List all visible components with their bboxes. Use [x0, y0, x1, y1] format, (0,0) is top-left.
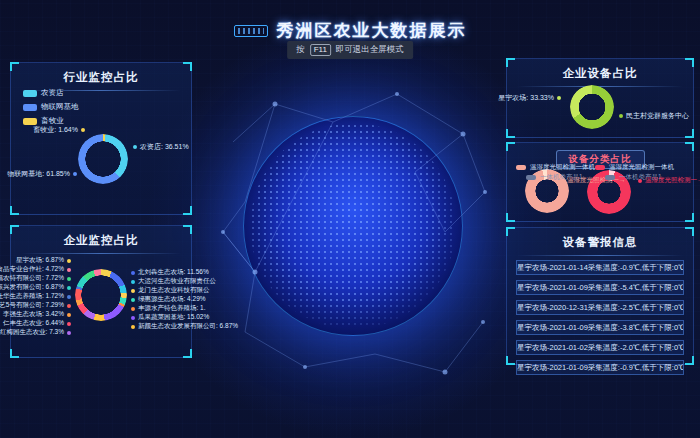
fullscreen-tip: 按 F11 即可退出全屏模式 — [287, 41, 413, 59]
label-dot — [133, 145, 137, 149]
industry-donut-chart[interactable] — [78, 134, 128, 184]
chart-label: 北刘犇生态农场: 11.56% — [131, 268, 209, 277]
chart-label: 大运河生态牧业有限责任公 — [131, 277, 216, 286]
alarm-list: 星宇农场-2021-01-14采集温度:-0.9℃,低于下限:0℃ 星宇农场-2… — [507, 260, 693, 375]
chart-label: 家福农特有限公司: 7.72% — [0, 274, 71, 283]
legend-swatch — [23, 118, 37, 125]
label-dot — [131, 280, 135, 284]
alarm-row: 星宇农场-2021-01-09采集温度:-0.9℃,低于下限:0℃ — [516, 360, 684, 375]
label-dot — [131, 289, 135, 293]
panel-title: 行业监控占比 — [11, 63, 191, 85]
label-dot — [67, 286, 71, 290]
chart-label: 畜牧业: 1.64% — [33, 125, 85, 135]
label-dot — [73, 172, 77, 176]
label-dot — [131, 307, 135, 311]
label-dot — [619, 114, 623, 118]
label-dot — [557, 96, 561, 100]
label-dot — [67, 313, 71, 317]
panel-title: 企业设备占比 — [507, 59, 693, 81]
title-divider — [517, 255, 683, 256]
label-dot — [560, 179, 564, 183]
industry-legend: 农资店 物联网基地 畜牧业 — [23, 88, 79, 130]
label-dot — [67, 295, 71, 299]
chart-label: 丰源水产特色养殖场: 1. — [131, 304, 206, 313]
header: 秀洲区农业大数据展示 — [0, 19, 700, 42]
enterprise-monitor-panel: 企业监控占比 星宇农场: 6.87% 新篁园食品专业合作社: 4.72% 家福农… — [10, 225, 192, 358]
legend-swatch — [526, 175, 536, 180]
legend-swatch — [595, 165, 605, 170]
label-dot — [131, 298, 135, 302]
legend-swatch — [23, 104, 37, 111]
chart-label: 民主村党群服务中心 — [619, 111, 689, 121]
chart-label: 新颜生态农业发展有限公司: 6.87% — [131, 322, 238, 331]
chart-label: 仕华生态养殖场: 1.72% — [0, 292, 71, 301]
chart-label: 红梅园生态农业: 7.3% — [0, 328, 71, 337]
chart-label: 龙门生态农业科技有限公 — [131, 286, 210, 295]
equipment-ratio-panel: 企业设备占比 星宇农场: 33.33% 民主村党群服务中心 — [506, 58, 694, 138]
dashboard-screen: 秀洲区农业大数据展示 按 F11 即可退出全屏模式 行业监控占比 农资店 物联网… — [0, 0, 700, 438]
chart-label: 瓜果蔬菜园基地: 15.02% — [131, 313, 209, 322]
tip-suffix: 即可退出全屏模式 — [336, 44, 404, 56]
label-dot — [67, 268, 71, 272]
title-divider — [21, 253, 181, 254]
chart-label: 物联网基地: 61.85% — [7, 169, 77, 179]
panel-title: 设备警报信息 — [507, 228, 693, 250]
legend-item[interactable]: 农资店 — [23, 88, 79, 98]
industry-monitor-panel: 行业监控占比 农资店 物联网基地 畜牧业 畜牧业: 1.64% 农资店: 36.… — [10, 62, 192, 215]
label-dot — [67, 322, 71, 326]
page-title: 秀洲区农业大数据展示 — [277, 19, 467, 42]
chart-label: 中艺5号有限公司: 7.29% — [0, 301, 71, 310]
label-dot — [67, 331, 71, 335]
label-dot — [81, 128, 85, 132]
label-dot — [131, 325, 135, 329]
alarm-row: 星宇农场-2020-12-31采集温度:-2.5℃,低于下限:0℃ — [516, 300, 684, 315]
device-classification-panel: 设备分类占比 温湿度光照检测一体机 一体机类产品1 温湿度光照检测一→ 温湿度光… — [506, 142, 694, 222]
legend-item[interactable]: 物联网基地 — [23, 102, 79, 112]
legend-swatch — [516, 165, 526, 170]
enterprise-donut-chart[interactable] — [75, 269, 127, 321]
device-alarm-panel: 设备警报信息 星宇农场-2021-01-14采集温度:-0.9℃,低于下限:0℃… — [506, 227, 694, 365]
globe-graphic — [243, 116, 463, 336]
label-dot — [131, 271, 135, 275]
label-dot — [638, 179, 642, 183]
alarm-row: 星宇农场-2021-01-14采集温度:-0.9℃,低于下限:0℃ — [516, 260, 684, 275]
legend-item[interactable]: 温湿度光照检测一体机 — [516, 163, 595, 172]
chart-label: 振兴发有限公司: 6.87% — [0, 283, 71, 292]
alarm-row: 星宇农场-2021-01-02采集温度:-2.0℃,低于下限:0℃ — [516, 340, 684, 355]
tip-prefix: 按 — [296, 44, 305, 56]
chart-label: 新篁园食品专业合作社: 4.72% — [0, 265, 71, 274]
globe-dot-map — [250, 123, 456, 329]
alarm-row: 星宇农场-2021-01-09采集温度:-5.4℃,低于下限:0℃ — [516, 280, 684, 295]
chart-label: 星宇农场: 33.33% — [498, 93, 561, 103]
chart-label: 星宇农场: 6.87% — [16, 256, 71, 265]
legend-item[interactable]: 温湿度光照检测一体机 — [595, 163, 674, 172]
chart-label: 仁丰生态农业: 6.44% — [3, 319, 71, 328]
f11-key-hint: F11 — [310, 44, 331, 56]
legend-swatch — [23, 90, 37, 97]
label-dot — [131, 316, 135, 320]
chart-label: 温湿度光照检测一→ — [638, 176, 700, 185]
chart-label: 绿惠源生态农场: 4.29% — [131, 295, 206, 304]
chart-label: 农资店: 36.51% — [133, 142, 189, 152]
legend-swatch — [605, 175, 615, 180]
label-dot — [67, 277, 71, 281]
panel-title: 企业监控占比 — [11, 226, 191, 248]
label-dot — [67, 304, 71, 308]
label-dot — [67, 259, 71, 263]
brand-badge — [234, 25, 268, 37]
alarm-row: 星宇农场-2021-01-09采集温度:-3.8℃,低于下限:0℃ — [516, 320, 684, 335]
equipment-donut-chart[interactable] — [570, 85, 614, 129]
chart-label: 李强生态农场: 3.42% — [3, 310, 71, 319]
